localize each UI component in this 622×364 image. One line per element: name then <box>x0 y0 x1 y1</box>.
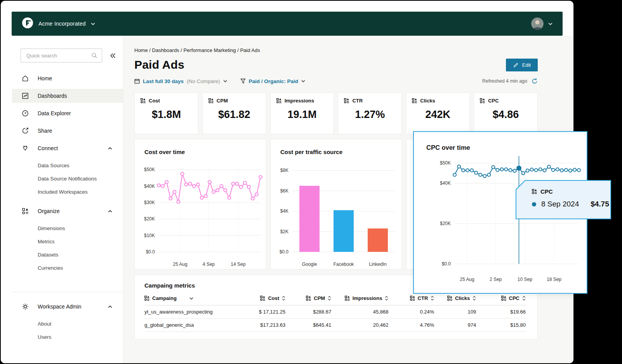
metric-icon <box>501 296 506 301</box>
svg-text:$0.0: $0.0 <box>280 249 289 255</box>
cost-per-traffic-source-chart[interactable]: Cost per traffic source $0.0$2K$4K$6K$8K… <box>270 139 402 270</box>
svg-text:$40K: $40K <box>440 180 451 186</box>
sort-icon <box>431 295 434 301</box>
org-switcher[interactable]: Acme Incorporated <box>22 17 95 30</box>
sidebar-item-share[interactable]: Share <box>12 124 123 138</box>
chevron-up-icon <box>108 305 112 308</box>
search-input[interactable] <box>26 52 91 59</box>
kpi-value: 19.1M <box>276 109 328 121</box>
org-name: Acme Incorporated <box>38 21 86 27</box>
column-header-ctr[interactable]: CTR <box>388 295 434 301</box>
kpi-value: $61.82 <box>208 109 260 121</box>
organize-icon <box>21 207 29 215</box>
svg-text:25 Aug: 25 Aug <box>460 277 474 282</box>
sidebar-divider <box>12 292 123 292</box>
svg-text:$0.0: $0.0 <box>146 249 155 255</box>
svg-text:25 Aug: 25 Aug <box>173 262 187 267</box>
metric-icon <box>141 98 146 103</box>
svg-text:$40K: $40K <box>144 184 155 189</box>
search-icon <box>91 52 97 59</box>
kpi-value: $1.8M <box>141 109 192 121</box>
column-header-cost[interactable]: Cost <box>236 295 286 301</box>
page-title: Paid Ads <box>134 58 184 71</box>
refreshed-status: Refreshed 4 min ago <box>482 78 538 84</box>
sidebar-item-users[interactable]: Users <box>1 330 123 343</box>
edit-button[interactable]: Edit <box>506 59 538 71</box>
sidebar-item-included-workspaces[interactable]: Included Workspaces <box>1 185 123 198</box>
sidebar-item-data-explorer[interactable]: Data Explorer <box>12 106 123 120</box>
pencil-icon <box>513 62 519 68</box>
sidebar-item-data-source-notifications[interactable]: Data Source Notifications <box>1 172 123 185</box>
sidebar-group-workspace-admin[interactable]: Workspace Admin <box>12 300 123 314</box>
svg-text:$20K: $20K <box>144 216 155 222</box>
metric-icon <box>260 296 265 301</box>
column-header-cpm[interactable]: CPM <box>285 295 331 301</box>
cpc-over-time-popup[interactable]: CPC over time 25 Aug2 Sep10 Sep18 Sep$0.… <box>413 131 587 294</box>
kpi-value: 242K <box>412 109 464 121</box>
kpi-card-clicks: Clicks 242K <box>406 92 470 134</box>
svg-text:$30K: $30K <box>144 200 155 205</box>
dashboards-icon <box>21 92 29 100</box>
quick-search-box[interactable] <box>21 49 102 62</box>
sort-icon <box>522 295 526 301</box>
breadcrumb[interactable]: Home / Dashboards / Performance Marketin… <box>134 47 538 53</box>
column-header-clicks[interactable]: Clicks <box>434 295 476 301</box>
chevron-down-icon <box>223 80 227 82</box>
kpi-card-cpm: CPM $61.82 <box>202 92 266 134</box>
kpi-value: $4.86 <box>480 109 532 121</box>
column-header-cpc[interactable]: CPC <box>476 295 526 301</box>
user-menu[interactable] <box>531 17 553 30</box>
sidebar-item-currencies[interactable]: Currencies <box>1 261 123 274</box>
kpi-row: Cost $1.8M CPM $61.82 Impressions 19.1M … <box>134 92 538 134</box>
kpi-value: 1.27% <box>344 109 396 121</box>
svg-text:14 Sep: 14 Sep <box>231 262 245 267</box>
sidebar-item-home[interactable]: Home <box>12 71 123 85</box>
svg-text:$4K: $4K <box>280 208 288 214</box>
svg-text:LinkedIn: LinkedIn <box>369 262 386 267</box>
svg-text:$10K: $10K <box>144 233 155 238</box>
share-icon <box>21 127 29 135</box>
sidebar-item-metrics[interactable]: Metrics <box>1 235 123 248</box>
sidebar-item-dimensions[interactable]: Dimensions <box>1 222 123 235</box>
metric-icon <box>344 98 349 103</box>
segment-filter[interactable]: Paid / Organic: Paid <box>240 78 306 84</box>
chart-tooltip: CPC 8 Sep 2024 $4.75 <box>516 180 611 219</box>
metric-icon <box>480 98 485 103</box>
svg-text:10 Sep: 10 Sep <box>518 277 532 282</box>
sidebar-group-connect[interactable]: Connect <box>12 141 123 155</box>
chevron-down-icon <box>91 23 95 25</box>
sort-icon <box>473 295 476 301</box>
home-icon <box>21 75 29 82</box>
metric-icon <box>144 296 149 301</box>
sidebar-item-data-sources[interactable]: Data Sources <box>1 159 123 172</box>
metric-icon <box>532 189 537 194</box>
metric-icon <box>306 296 311 301</box>
metric-icon <box>410 296 415 301</box>
table-header-row: Campaing Cost CPM <box>144 295 526 305</box>
gear-icon <box>21 303 29 310</box>
column-header-impressions[interactable]: Impressions <box>331 295 388 301</box>
kpi-card-cost: Cost $1.8M <box>134 92 198 134</box>
svg-text:$2K: $2K <box>280 229 288 234</box>
svg-text:$50K: $50K <box>440 160 451 166</box>
metric-icon <box>208 98 214 103</box>
sidebar-item-dashboards[interactable]: Dashboards <box>12 89 123 103</box>
column-header-campaign[interactable]: Campaing <box>144 295 236 301</box>
sidebar-item-datasets[interactable]: Datasets <box>1 248 123 261</box>
sort-icon <box>282 295 285 301</box>
svg-text:18 Sep: 18 Sep <box>547 277 561 282</box>
calendar-icon <box>134 78 140 84</box>
metric-icon <box>276 98 281 103</box>
svg-text:4 Sep: 4 Sep <box>203 262 215 267</box>
date-range-filter[interactable]: Last full 30 days (No Compare) <box>134 78 227 84</box>
funnel-logo-icon <box>22 17 33 30</box>
cell-campaign: g_global_generic_dsa <box>144 322 236 328</box>
sidebar-collapse-button[interactable] <box>109 53 116 59</box>
filter-funnel-icon <box>240 78 246 84</box>
svg-text:2 Sep: 2 Sep <box>490 277 502 282</box>
refresh-icon[interactable] <box>532 78 538 84</box>
svg-text:$20K: $20K <box>440 221 451 226</box>
cost-over-time-chart[interactable]: Cost over time 25 Aug4 Sep14 Sep$0.0$10K… <box>134 139 266 270</box>
sidebar-item-about[interactable]: About <box>1 317 123 330</box>
sidebar-group-organize[interactable]: Organize <box>12 204 123 218</box>
